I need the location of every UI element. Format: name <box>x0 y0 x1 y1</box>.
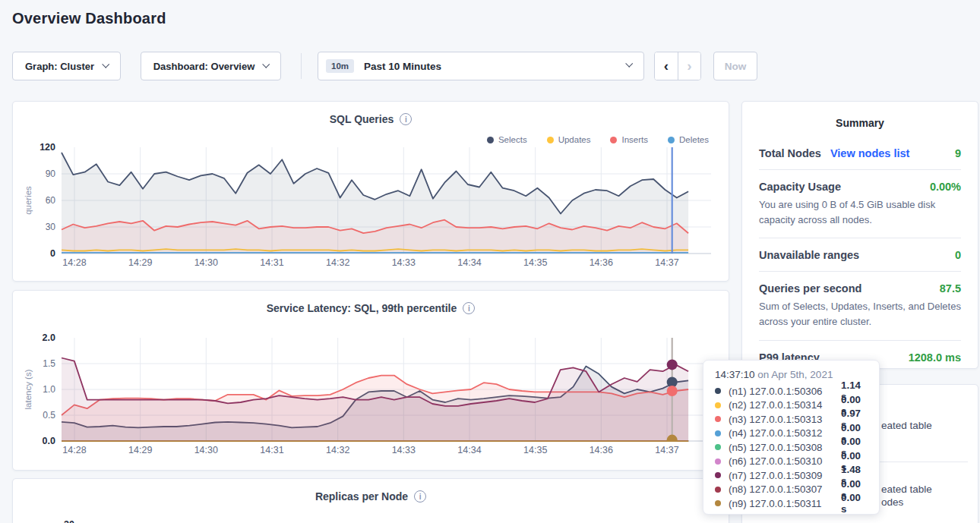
tooltip-rows: (n1) 127.0.0.1:503061.14 s(n2) 127.0.0.1… <box>715 384 868 511</box>
summary-label: Queries per second <box>759 282 861 295</box>
view-nodes-list-link[interactable]: View nodes list <box>830 147 910 159</box>
node-address: (n8) 127.0.0.1:50307 <box>729 484 841 495</box>
tooltip-time: 14:37:10 <box>715 369 755 380</box>
svg-text:14:28: 14:28 <box>62 257 86 268</box>
svg-text:14:29: 14:29 <box>128 257 152 268</box>
summary-panel: Summary Total NodesView nodes list9Capac… <box>741 101 978 369</box>
summary-divider <box>759 169 961 170</box>
svg-text:14:30: 14:30 <box>194 257 218 268</box>
chart-header: Replicas per Node i <box>13 490 729 503</box>
svg-text:latency (s): latency (s) <box>24 369 33 409</box>
svg-text:14:32: 14:32 <box>326 445 349 455</box>
summary-description: Sum of Selects, Updates, Inserts, and De… <box>759 299 961 329</box>
time-forward-button[interactable]: › <box>678 52 700 80</box>
replicas-axis-partial-label: 30 <box>64 519 74 523</box>
svg-text:14:33: 14:33 <box>392 257 416 268</box>
summary-label: Capacity Usage <box>759 181 841 193</box>
svg-text:0.5: 0.5 <box>43 410 55 421</box>
node-color-dot <box>715 402 721 408</box>
summary-row: Queries per second87.5 <box>759 282 961 295</box>
event-text-fragment: eated table <box>881 420 932 431</box>
time-step-buttons: ‹ › <box>654 52 701 80</box>
svg-text:14:30: 14:30 <box>194 445 218 455</box>
service-latency-chart[interactable]: 14:2814:2914:3014:3114:3214:3314:3414:35… <box>13 291 730 471</box>
svg-text:120: 120 <box>40 142 55 153</box>
graph-dropdown[interactable]: Graph: Cluster <box>12 52 121 80</box>
svg-text:14:33: 14:33 <box>392 445 416 455</box>
node-address: (n1) 127.0.0.1:50306 <box>729 386 841 397</box>
summary-row: Unavailable ranges0 <box>759 249 961 261</box>
summary-divider <box>759 271 961 272</box>
time-range-dropdown[interactable]: 10m Past 10 Minutes <box>318 52 644 80</box>
summary-value: 1208.0 ms <box>909 351 961 364</box>
node-address: (n2) 127.0.0.1:50314 <box>729 399 841 411</box>
tooltip-date: on Apr 5th, 2021 <box>755 369 833 380</box>
summary-value: 9 <box>955 147 961 159</box>
summary-label: Unavailable ranges <box>759 249 859 261</box>
node-color-dot <box>715 416 721 422</box>
node-color-dot <box>715 472 721 478</box>
svg-text:14:36: 14:36 <box>590 257 613 268</box>
summary-value: 87.5 <box>940 282 961 295</box>
svg-text:0: 0 <box>50 248 55 259</box>
time-back-button[interactable]: ‹ <box>655 52 678 80</box>
sql-queries-chart-card: SQL Queries i SelectsUpdatesInsertsDelet… <box>12 101 729 282</box>
dashboard-dropdown[interactable]: Dashboard: Overview <box>141 52 281 80</box>
node-address: (n3) 127.0.0.1:50313 <box>729 414 841 425</box>
svg-text:1.0: 1.0 <box>43 384 55 395</box>
toolbar-divider <box>301 53 302 79</box>
summary-row: Capacity Usage0.00% <box>759 181 961 193</box>
info-icon[interactable]: i <box>414 490 426 503</box>
svg-text:14:31: 14:31 <box>260 257 283 268</box>
svg-text:30: 30 <box>46 222 56 232</box>
tooltip-node-row: (n9) 127.0.0.1:503110.00 s <box>715 496 868 511</box>
node-address: (n9) 127.0.0.1:50311 <box>729 498 841 509</box>
event-text-fragment: odes <box>881 496 903 508</box>
sql-queries-chart[interactable]: 14:2814:2914:3014:3114:3214:3314:3414:35… <box>13 102 730 282</box>
chevron-down-icon <box>102 60 109 68</box>
summary-title: Summary <box>742 117 978 129</box>
svg-text:14:29: 14:29 <box>128 445 152 455</box>
summary-body: Total NodesView nodes list9Capacity Usag… <box>742 129 978 364</box>
svg-text:14:32: 14:32 <box>326 257 349 268</box>
svg-text:1.5: 1.5 <box>43 358 55 369</box>
chevron-right-icon: › <box>687 58 691 74</box>
summary-row: Total NodesView nodes list9 <box>759 147 961 159</box>
node-color-dot <box>715 388 721 394</box>
tooltip-timestamp: 14:37:10 on Apr 5th, 2021 <box>715 369 868 380</box>
node-address: (n7) 127.0.0.1:50309 <box>729 470 841 481</box>
node-latency-value: 0.00 s <box>841 492 868 515</box>
svg-text:2.0: 2.0 <box>43 332 55 343</box>
chart-title: Replicas per Node <box>315 490 408 503</box>
dashboard-dropdown-label: Dashboard: Overview <box>153 61 255 72</box>
summary-description: You are using 0 B of 4.5 GiB usable disk… <box>759 197 961 228</box>
node-address: (n4) 127.0.0.1:50312 <box>729 427 841 439</box>
event-text-fragment: eated table <box>881 484 932 495</box>
summary-value: 0.00% <box>930 181 961 193</box>
svg-text:queries: queries <box>24 186 33 215</box>
node-color-dot <box>715 458 721 465</box>
events-divider <box>880 462 968 462</box>
now-button[interactable]: Now <box>713 52 757 80</box>
time-range-label: Past 10 Minutes <box>364 61 441 72</box>
svg-text:14:34: 14:34 <box>457 257 481 268</box>
svg-text:14:28: 14:28 <box>62 445 86 455</box>
chevron-down-icon <box>263 60 270 68</box>
chart-hover-tooltip: 14:37:10 on Apr 5th, 2021 (n1) 127.0.0.1… <box>703 360 880 515</box>
svg-text:14:36: 14:36 <box>590 445 613 455</box>
graph-dropdown-label: Graph: Cluster <box>25 61 94 72</box>
node-color-dot <box>715 430 721 436</box>
node-color-dot <box>715 500 721 506</box>
svg-text:60: 60 <box>46 195 56 206</box>
svg-text:0.0: 0.0 <box>43 436 55 446</box>
node-address: (n5) 127.0.0.1:50308 <box>729 442 841 453</box>
page-title: Overview Dashboard <box>12 10 166 27</box>
chevron-left-icon: ‹ <box>664 58 669 74</box>
time-range-badge: 10m <box>326 59 354 73</box>
svg-text:14:37: 14:37 <box>655 445 678 455</box>
node-address: (n6) 127.0.0.1:50310 <box>729 455 841 467</box>
svg-text:14:37: 14:37 <box>655 257 678 268</box>
summary-divider <box>759 238 961 238</box>
svg-text:14:35: 14:35 <box>523 257 547 268</box>
summary-label: Total Nodes <box>759 147 821 159</box>
